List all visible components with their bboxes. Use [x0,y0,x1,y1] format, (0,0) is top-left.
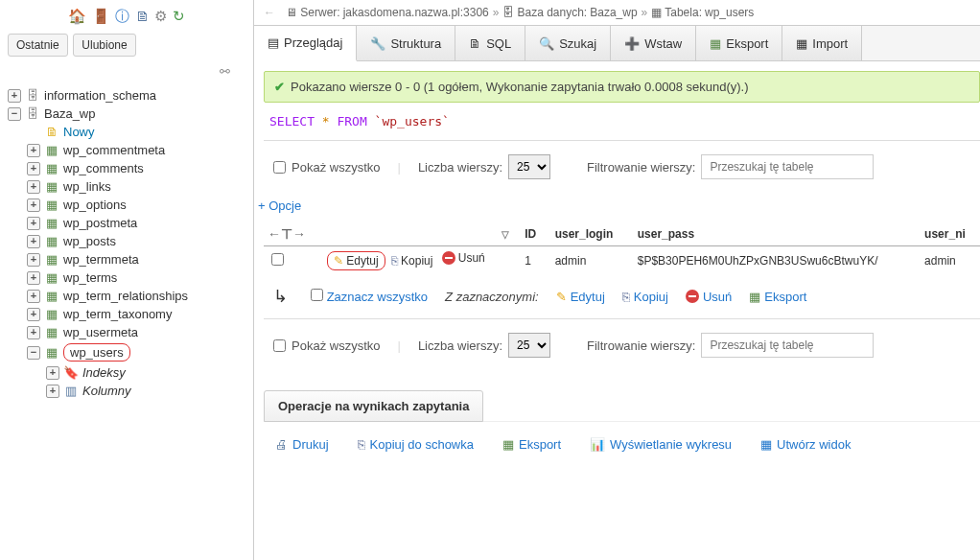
op-print[interactable]: 🖨Drukuj [275,437,329,452]
sql-tab-icon: 🗎 [469,36,481,51]
sql-query: SELECT * FROM `wp_users` [264,103,980,140]
tree-db-baza-wp[interactable]: Baza_wp [44,106,95,121]
cell-user-ni: admin [917,246,980,275]
expand-icon[interactable]: + [27,253,40,267]
tree-table[interactable]: wp_commentmeta [63,143,165,157]
expand-icon[interactable]: + [27,290,40,303]
col-user-ni[interactable]: user_ni [917,222,980,246]
tree-new[interactable]: Nowy [63,125,95,139]
tree-table[interactable]: wp_usermeta [63,325,138,339]
expand-icon[interactable]: + [46,366,59,380]
expand-icon[interactable]: + [27,180,40,194]
op-chart[interactable]: 📊Wyświetlanie wykresu [590,437,732,452]
row-checkbox[interactable] [271,253,284,266]
breadcrumb-server-label: Serwer: [300,6,339,19]
show-all-checkbox-2[interactable] [273,339,286,352]
tree-table[interactable]: wp_options [63,198,127,212]
delete-row-button[interactable]: Usuń [439,250,488,266]
tree-table-wp-users[interactable]: wp_users [63,343,130,362]
tree-table[interactable]: wp_links [63,179,111,194]
op-export[interactable]: ▦Eksport [502,437,561,452]
expand-icon[interactable]: + [8,89,21,103]
tree-indexes[interactable]: Indeksy [82,365,126,380]
op-view[interactable]: ▦Utwórz widok [760,437,851,452]
import-icon: ▦ [796,36,807,51]
tab-favorites[interactable]: Ulubione [73,34,135,57]
print-icon: 🖨 [275,437,288,452]
tab-structure[interactable]: 🔧Struktura [357,26,455,60]
tab-search[interactable]: 🔍Szukaj [525,26,611,60]
row-count-select[interactable]: 25 [508,154,550,179]
exit-icon[interactable]: 🚪 [92,8,110,25]
cell-user-login: admin [548,246,630,275]
col-id[interactable]: ID [517,222,547,246]
bulk-export-button[interactable]: ▦Eksport [749,290,806,304]
tree-table[interactable]: wp_term_taxonomy [63,307,172,321]
home-icon[interactable]: 🏠 [68,8,86,25]
tab-browse[interactable]: ▤Przeglądaj [254,26,357,61]
col-user-pass[interactable]: user_pass [630,222,917,246]
collapse-icon[interactable]: − [27,346,40,360]
tree-db-info-schema[interactable]: information_schema [44,88,156,103]
tab-insert[interactable]: ➕Wstaw [611,26,696,60]
breadcrumb-table-label: Tabela: [665,6,702,19]
expand-icon[interactable]: + [27,271,40,285]
tab-sql[interactable]: 🗎SQL [455,26,525,60]
pencil-icon: ✎ [556,290,567,304]
expand-icon[interactable]: + [27,144,40,157]
new-icon: 🗎 [44,125,59,139]
expand-icon[interactable]: + [27,308,40,321]
tree-table[interactable]: wp_terms [63,270,117,285]
link-icon[interactable]: ⚯ [4,60,249,82]
pencil-icon: ✎ [334,254,343,268]
expand-icon[interactable]: + [27,198,40,212]
bulk-edit-button[interactable]: ✎Edytuj [556,290,605,304]
breadcrumb-db-value[interactable]: Baza_wp [590,6,637,19]
export-icon: ▦ [502,437,514,452]
sql-icon[interactable]: 🗎 [135,8,150,24]
tree-table[interactable]: wp_term_relationships [63,289,188,303]
expand-icon[interactable]: + [27,326,40,339]
collapse-panel-icon[interactable]: ← [264,6,275,19]
tree-table[interactable]: wp_posts [63,234,116,248]
main-tabs: ▤Przeglądaj 🔧Struktura 🗎SQL 🔍Szukaj ➕Wst… [254,26,980,61]
sort-indicator-icon[interactable]: ▽ [502,229,509,240]
filter-input[interactable] [701,154,874,179]
filter-input-2[interactable] [701,333,874,358]
expand-icon[interactable]: + [27,217,40,230]
select-all-checkbox[interactable] [311,289,323,301]
show-all-checkbox[interactable] [273,161,286,174]
tab-import[interactable]: ▦Import [782,26,862,60]
breadcrumb-table-value[interactable]: wp_users [705,6,754,19]
select-all-label[interactable]: Zaznacz wszystko [327,290,428,304]
search-icon: 🔍 [539,36,554,51]
tree-table[interactable]: wp_postmeta [63,216,137,230]
columns-icon: ▥ [63,384,79,398]
table-icon: ▦ [44,179,59,194]
table-row: ✎Edytuj ⎘Kopiuj Usuń 1 admin $P$B30PEH6M… [264,246,980,275]
expand-icon[interactable]: + [27,162,40,175]
expand-icon[interactable]: + [46,385,59,398]
nav-arrows[interactable]: ←⊤→ [264,222,319,246]
collapse-icon[interactable]: − [8,107,21,121]
options-toggle[interactable]: + Opcje [254,193,980,219]
bulk-delete-button[interactable]: Usuń [686,290,732,304]
settings-icon[interactable]: ⚙ [154,8,167,25]
edit-row-button[interactable]: ✎Edytuj [327,251,385,270]
expand-icon[interactable]: + [27,235,40,248]
table-icon: ▦ [44,325,59,339]
tab-export[interactable]: ▦Eksport [696,26,782,60]
tree-columns[interactable]: Kolumny [82,384,131,398]
copy-row-button[interactable]: ⎘Kopiuj [388,253,435,268]
tree-table[interactable]: wp_termmeta [63,252,139,267]
breadcrumb-server-value[interactable]: jakasdomena.nazwa.pl:3306 [343,6,489,19]
tab-recent[interactable]: Ostatnie [8,34,68,57]
row-count-select-2[interactable]: 25 [508,333,550,358]
op-clipboard[interactable]: ⎘Kopiuj do schowka [358,437,474,452]
delete-icon [686,290,699,303]
tree-table[interactable]: wp_comments [63,161,144,175]
bulk-copy-button[interactable]: ⎘Kopiuj [622,290,668,304]
info-icon[interactable]: ⓘ [115,8,129,26]
col-user-login[interactable]: user_login [548,222,630,246]
refresh-icon[interactable]: ↻ [173,8,185,25]
